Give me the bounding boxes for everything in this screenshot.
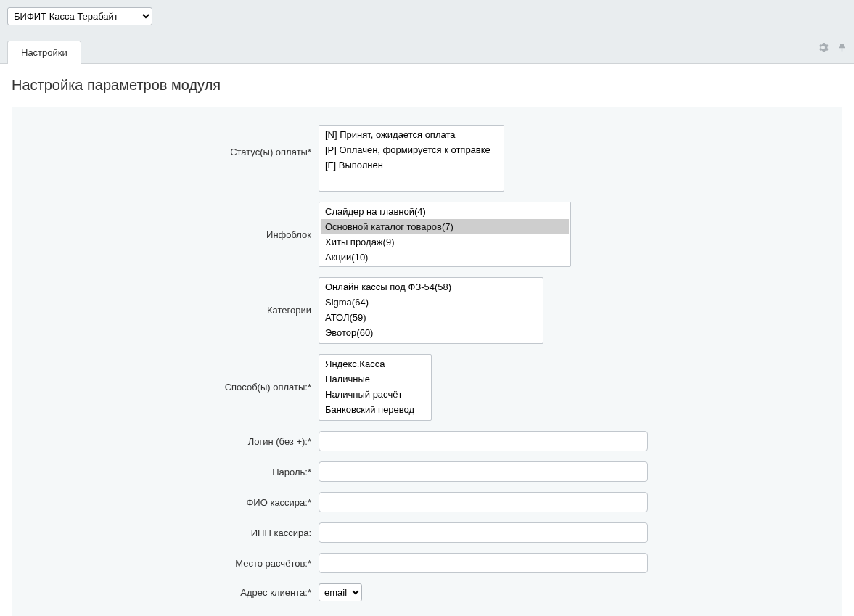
label-status: Статус(ы) оплаты* <box>21 125 319 157</box>
categories-select[interactable]: Онлайн кассы под ФЗ-54(58)Sigma(64)АТОЛ(… <box>319 277 543 344</box>
row-login: Логин (без +):* <box>21 431 833 451</box>
pin-icon[interactable] <box>835 41 848 54</box>
row-password: Пароль:* <box>21 461 833 482</box>
password-input[interactable] <box>319 461 648 482</box>
cashier-name-input[interactable] <box>319 492 648 512</box>
cashier-inn-input[interactable] <box>319 522 648 543</box>
label-password: Пароль:* <box>21 467 319 477</box>
tab-label: Настройки <box>21 47 67 58</box>
label-payment: Способ(ы) оплаты:* <box>21 354 319 393</box>
client-address-select[interactable]: email <box>319 583 362 601</box>
label-infoblock: Инфоблок <box>21 202 319 240</box>
place-input[interactable] <box>319 553 648 573</box>
label-place: Место расчётов:* <box>21 558 319 569</box>
status-select[interactable]: [N] Принят, ожидается оплата[P] Оплачен,… <box>319 125 504 192</box>
label-cashier-name: ФИО кассира:* <box>21 497 319 508</box>
login-input[interactable] <box>319 431 648 451</box>
row-categories: Категории Онлайн кассы под ФЗ-54(58)Sigm… <box>21 277 833 344</box>
infoblock-select[interactable]: Слайдер на главной(4)Основной каталог то… <box>319 202 571 267</box>
row-client-address: Адрес клиента:* email <box>21 583 833 601</box>
toolbar-icons <box>816 41 848 54</box>
tabs-row: Настройки <box>7 40 847 63</box>
module-select[interactable]: БИФИТ Касса Терабайт <box>7 7 152 25</box>
page-content: Настройка параметров модуля Статус(ы) оп… <box>0 64 854 616</box>
top-bar: БИФИТ Касса Терабайт Настройки <box>0 0 854 64</box>
row-place: Место расчётов:* <box>21 553 833 573</box>
page-title: Настройка параметров модуля <box>12 77 853 94</box>
form-wrap: Статус(ы) оплаты* [N] Принят, ожидается … <box>12 107 842 616</box>
label-client-address: Адрес клиента:* <box>21 587 319 598</box>
row-payment: Способ(ы) оплаты:* Яндекс.КассаНаличныеН… <box>21 354 833 421</box>
row-cashier-name: ФИО кассира:* <box>21 492 833 512</box>
gear-icon[interactable] <box>816 41 829 54</box>
payment-select[interactable]: Яндекс.КассаНаличныеНаличный расчётБанко… <box>319 354 432 421</box>
tab-settings[interactable]: Настройки <box>7 41 81 64</box>
label-login: Логин (без +):* <box>21 436 319 447</box>
label-categories: Категории <box>21 277 319 316</box>
row-infoblock: Инфоблок Слайдер на главной(4)Основной к… <box>21 202 833 267</box>
row-cashier-inn: ИНН кассира: <box>21 522 833 543</box>
label-cashier-inn: ИНН кассира: <box>21 527 319 538</box>
row-status: Статус(ы) оплаты* [N] Принят, ожидается … <box>21 125 833 192</box>
